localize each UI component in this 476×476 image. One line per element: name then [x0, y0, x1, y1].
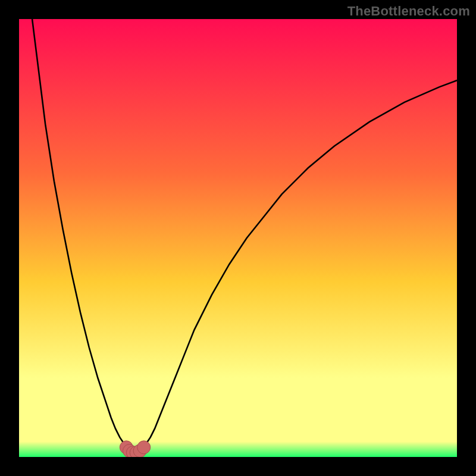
trough-marker	[137, 441, 151, 454]
chart-svg: left-branch right-branch	[19, 19, 457, 457]
chart-frame: left-branch right-branch TheBottleneck.c…	[0, 0, 476, 476]
gradient-background	[19, 19, 457, 457]
plot-area: left-branch right-branch	[19, 19, 457, 457]
watermark-text: TheBottleneck.com	[347, 4, 470, 19]
